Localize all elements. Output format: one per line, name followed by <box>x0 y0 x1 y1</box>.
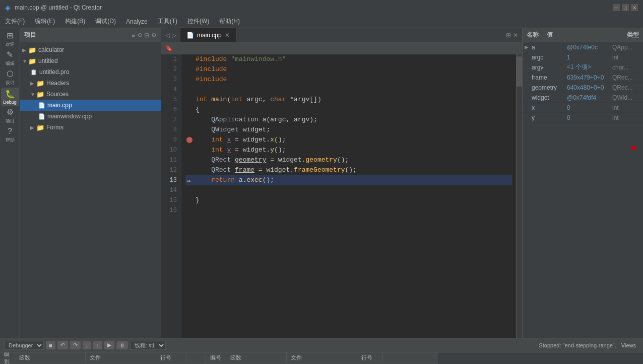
settings-icon[interactable]: ⚙ <box>151 32 157 39</box>
debugger-toolbar: Debugger ■ ↶ ↷ ↓ ↑ ▶ ⏸ 线程: #1 Stopped: "… <box>0 338 643 352</box>
sidebar-icon-debug[interactable]: 🐛Debug <box>1 88 19 106</box>
debug-var-row-x[interactable]: x 0 int <box>523 103 643 113</box>
menu-item-h[interactable]: 帮助(H) <box>214 15 245 28</box>
project-panel-title: 项目 <box>24 31 36 39</box>
split-button[interactable]: ⊞ <box>506 32 511 39</box>
folder-icon: 📁 <box>28 57 36 65</box>
code-line-1: #include "mainwindow.h" <box>185 54 512 64</box>
menu-item-t[interactable]: 工具(T) <box>153 15 182 28</box>
thread-select[interactable]: 线程: #1 <box>130 341 166 350</box>
menu-item-analyze[interactable]: Analyze <box>121 15 153 28</box>
debug-var-row-geometry[interactable]: geometry 640x480+0+0 QRec... <box>523 83 643 93</box>
tree-item-untitled[interactable]: ▼📁untitled <box>20 55 161 66</box>
dbg-step4-button[interactable]: ↑ <box>93 341 102 349</box>
nav-back[interactable]: ◁ <box>165 32 170 39</box>
menu-item-w[interactable]: 控件(W) <box>182 15 214 28</box>
menu-item-d[interactable]: 调试(D) <box>90 15 121 28</box>
code-text: return a.exec(); <box>196 175 274 185</box>
tree-item-maincpp[interactable]: 📄main.cpp <box>20 100 161 111</box>
sidebar-label-debug: Debug <box>3 100 17 105</box>
editor-toolbar: 🔖 <box>161 42 522 54</box>
code-text: #include <box>196 75 231 85</box>
minimize-button[interactable]: ─ <box>613 4 620 11</box>
scrollbar-vertical[interactable] <box>516 54 522 338</box>
tree-item-Forms[interactable]: ▶📁Forms <box>20 122 161 133</box>
debug-var-row-widget[interactable]: widget @0x74fdf4 QWid... <box>523 93 643 103</box>
close-editor-button[interactable]: ✕ <box>513 32 518 39</box>
debug-var-row-argv[interactable]: argv <1 个项> char... <box>523 62 643 72</box>
code-text: QRect geometry = widget.geometry(); <box>196 155 349 165</box>
nav-forward[interactable]: ▷ <box>172 32 176 39</box>
debug-var-value: 0 <box>567 114 612 121</box>
tree-arrow: ▼ <box>30 92 35 97</box>
stack-panel: 级别 函数 文件 行号 ⇒ 1 qMain main.cpp 13 2 WinM… <box>0 352 206 364</box>
folder-icon: 📁 <box>28 46 36 54</box>
collapse-icon[interactable]: ⊟ <box>144 32 149 39</box>
menu-item-e[interactable]: 编辑(E) <box>30 15 60 28</box>
folder-icon: 📁 <box>36 91 44 98</box>
debug-var-value: <1 个项> <box>567 63 612 71</box>
menubar: 文件(F)编辑(E)构建(B)调试(D)Analyze工具(T)控件(W)帮助(… <box>0 15 643 28</box>
debug-var-row-y[interactable]: y 0 int <box>523 113 643 123</box>
editor-area: ◁ ▷ 📄 main.cpp ✕ ⊞ ✕ 🔖 123456789 <box>161 28 522 338</box>
views-button[interactable]: Views <box>618 341 639 349</box>
sidebar-label-edit: 编辑 <box>6 60 15 67</box>
tree-item-Sources[interactable]: ▼📁Sources <box>20 89 161 100</box>
tree-arrow: ▼ <box>22 58 27 64</box>
debug-col-name: 名称 <box>527 31 539 39</box>
tree-item-label: untitled <box>38 57 58 64</box>
tree-item-calculator[interactable]: ▶📁calculator <box>20 44 161 55</box>
code-line-14 <box>185 185 512 195</box>
dbg-interrupt-button[interactable]: ⏸ <box>116 341 128 349</box>
tree-item-mainwindowcpp[interactable]: 📄mainwindow.cpp <box>20 111 161 122</box>
code-content[interactable]: #include "mainwindow.h"#include #include… <box>181 54 516 338</box>
debug-var-row-frame[interactable]: frame 639x479+0+0 QRec... <box>523 72 643 83</box>
sidebar-label-help: 帮助 <box>6 137 15 143</box>
sidebar-icon-welcome[interactable]: ⊞欢迎 <box>1 30 19 48</box>
bottom-panel: Debugger ■ ↶ ↷ ↓ ↑ ▶ ⏸ 线程: #1 Stopped: "… <box>0 338 643 364</box>
menu-item-b[interactable]: 构建(B) <box>60 15 90 28</box>
dbg-step1-button[interactable]: ↶ <box>57 341 68 349</box>
breakpoints-panel: 编号 函数 文件 行号 3 ...in(int, char * *) ...it… <box>206 352 438 364</box>
code-line-11: QRect geometry = widget.geometry(); <box>185 155 512 165</box>
debug-var-value: 640x480+0+0 <box>567 84 612 91</box>
debug-var-row-a[interactable]: ▶ a @0x74fe0c QApp... <box>523 42 643 52</box>
sidebar-icon-edit[interactable]: ✎编辑 <box>1 49 19 67</box>
sidebar-icon-project[interactable]: ⚙项目 <box>1 107 19 125</box>
debug-var-type: QWid... <box>612 94 641 101</box>
dbg-step3-button[interactable]: ↓ <box>83 341 92 349</box>
dbg-stop-button[interactable]: ■ <box>46 341 55 349</box>
close-button[interactable]: ✕ <box>631 4 638 11</box>
menu-item-f[interactable]: 文件(F) <box>0 15 30 28</box>
debug-expand-arrow[interactable]: ▶ <box>525 44 532 50</box>
debug-var-name: x <box>532 104 567 111</box>
tree-item-untitledpro[interactable]: 📋untitled.pro <box>20 66 161 78</box>
maximize-button[interactable]: □ <box>622 4 629 11</box>
dbg-run-button[interactable]: ▶ <box>104 341 114 349</box>
code-text: #include <box>196 64 231 75</box>
tree-item-Headers[interactable]: ▶📁Headers <box>20 78 161 89</box>
main-cpp-tab[interactable]: 📄 main.cpp ✕ <box>180 28 236 42</box>
debug-var-name: frame <box>532 74 567 81</box>
file-tree: ▶📁calculator▼📁untitled📋untitled.pro▶📁Hea… <box>20 42 161 338</box>
debug-var-row-argc[interactable]: argc 1 int <box>523 52 643 62</box>
dbg-step2-button[interactable]: ↷ <box>70 341 81 349</box>
bookmark-icon[interactable]: 🔖 <box>165 45 173 52</box>
welcome-icon: ⊞ <box>7 31 13 40</box>
project-panel-header: 项目 ≡ ⟲ ⊟ ⚙ <box>20 28 161 42</box>
code-editor[interactable]: 12345678910111213141516 #include "mainwi… <box>161 54 522 338</box>
stack-header: 级别 函数 文件 行号 <box>0 352 206 363</box>
tree-item-label: mainwindow.cpp <box>47 113 92 120</box>
sidebar-icon-design[interactable]: ⬡设计 <box>1 68 19 87</box>
code-line-6: { <box>185 105 512 115</box>
sync-icon[interactable]: ⟲ <box>137 32 142 39</box>
stack-col-line: 行号 <box>156 352 186 363</box>
debug-var-value: 639x479+0+0 <box>567 74 612 81</box>
code-line-8: QWidget widget; <box>185 125 512 135</box>
sidebar-icon-help[interactable]: ?帮助 <box>1 126 19 144</box>
filter-icon[interactable]: ≡ <box>132 32 135 39</box>
tab-close-button[interactable]: ✕ <box>225 32 230 39</box>
debugger-select[interactable]: Debugger <box>4 341 44 350</box>
pro-file-icon: 📋 <box>30 69 37 76</box>
bp-col-fn: 函数 <box>226 352 287 363</box>
